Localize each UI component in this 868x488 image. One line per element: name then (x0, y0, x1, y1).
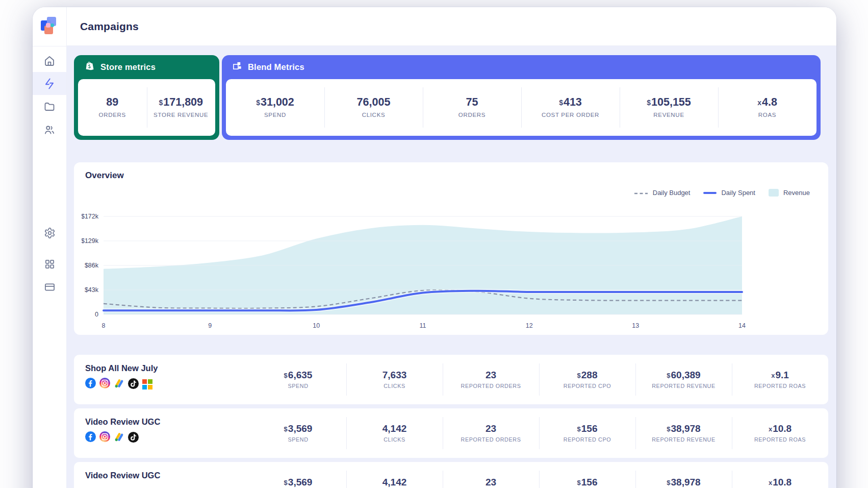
metric-prefix: x (769, 425, 772, 433)
sidebar-item-lightning[interactable] (33, 72, 66, 95)
x-axis-tick: 11 (420, 322, 426, 329)
metric-label: REPORTED CPO (564, 436, 611, 443)
metric-number: 3,569 (288, 477, 313, 487)
sidebar-nav (33, 49, 66, 141)
metric-number: 413 (564, 96, 582, 108)
legend-label: Daily Spent (721, 189, 755, 197)
x-axis-tick: 8 (102, 322, 106, 329)
campaign-row[interactable]: Video Review UGC$3,569SPEND4,142CLICKS23… (74, 462, 828, 488)
metric-value: 4,142 (382, 477, 407, 487)
tiktok-icon (128, 432, 139, 445)
metric-value: $413 (559, 97, 582, 108)
metric-value: 89 (106, 97, 118, 108)
topbar: Campaigns (66, 7, 836, 46)
metric-value: 7,633 (382, 370, 407, 380)
metric-number: 4.8 (762, 96, 777, 108)
metric-value: $38,978 (667, 477, 700, 487)
metric-number: 31,002 (261, 96, 294, 108)
sidebar-item-users[interactable] (33, 118, 66, 141)
metric-number: 4,142 (382, 477, 407, 487)
instagram-icon (99, 431, 110, 444)
metric-cell: $156REPORTED CPO (539, 462, 635, 488)
metric-label: CLICKS (384, 383, 405, 389)
sidebar-item-grid[interactable] (33, 253, 66, 276)
campaign-name-column: Shop All New July (74, 355, 250, 404)
metric-cell: 76,005CLICKS (324, 79, 423, 136)
home-icon (43, 55, 56, 67)
metric-cell: $105,155REVENUE (620, 79, 718, 136)
shopify-icon (84, 61, 95, 74)
metric-label: STORE REVENUE (154, 112, 208, 118)
campaign-name: Video Review UGC (85, 417, 250, 427)
microsoft-icon (142, 379, 152, 389)
metric-value: 4,142 (382, 424, 407, 433)
legend-item-revenue: Revenue (769, 189, 810, 197)
metric-value: 23 (486, 477, 496, 487)
store-metrics-card: Store metrics 89ORDERS$171,809STORE REVE… (74, 55, 219, 140)
metric-label: ORDERS (99, 112, 126, 118)
google-ads-icon (114, 378, 124, 391)
legend-item-daily-spent: Daily Spent (703, 189, 755, 197)
x-axis-tick: 12 (526, 322, 533, 329)
credit-card-icon (44, 281, 56, 293)
campaign-metrics: $3,569SPEND4,142CLICKS23REPORTED ORDERS$… (250, 462, 828, 488)
y-axis-tick: $86k (85, 262, 99, 269)
metric-value: 23 (486, 424, 496, 433)
campaign-row[interactable]: Video Review UGC$3,569SPEND4,142CLICKS23… (74, 408, 828, 458)
metric-number: 38,978 (671, 477, 701, 487)
metric-number: 7,633 (382, 370, 407, 380)
sidebar-bottom-nav (33, 222, 66, 299)
metric-cell: x4.8ROAS (718, 79, 816, 136)
metric-value: x9.1 (771, 370, 789, 380)
campaign-metrics: $6,635SPEND7,633CLICKS23REPORTED ORDERS$… (250, 355, 828, 404)
metric-number: 9.1 (775, 370, 788, 380)
metric-value: $156 (577, 424, 598, 433)
blend-metrics-card: Blend Metrics $31,002SPEND76,005CLICKS75… (222, 55, 821, 140)
sidebar-item-credit-card[interactable] (33, 276, 66, 299)
gear-icon (44, 227, 56, 239)
blend-icon (232, 61, 243, 74)
metric-value: $38,978 (667, 424, 700, 433)
legend-swatch (769, 189, 779, 197)
metric-label: CLICKS (362, 112, 386, 118)
metric-prefix: $ (284, 425, 288, 433)
metric-prefix: $ (577, 479, 581, 486)
metric-cell: $413COST PER ORDER (521, 79, 620, 136)
blend-metrics-title: Blend Metrics (248, 62, 304, 72)
metric-label: SPEND (264, 112, 286, 118)
metric-label: REPORTED ORDERS (461, 383, 521, 389)
metric-number: 3,569 (288, 423, 313, 434)
sidebar-item-gear[interactable] (33, 222, 66, 245)
metric-label: CLICKS (384, 436, 405, 443)
legend-label: Revenue (783, 189, 810, 197)
metric-number: 23 (486, 477, 496, 487)
metric-value: $6,635 (284, 370, 313, 380)
legend-swatch (634, 189, 648, 197)
x-axis-tick: 10 (313, 322, 320, 329)
sidebar (33, 7, 67, 488)
campaign-row[interactable]: Shop All New July$6,635SPEND7,633CLICKS2… (74, 355, 828, 404)
metric-number: 89 (106, 96, 118, 108)
metric-prefix: $ (647, 99, 651, 107)
metric-cell: x10.8REPORTED ROAS (732, 462, 828, 488)
page-title: Campaigns (80, 20, 139, 33)
metric-number: 38,978 (671, 423, 701, 434)
metric-label: SPEND (288, 436, 308, 443)
metric-label: COST PER ORDER (542, 112, 599, 118)
y-axis-tick: 0 (95, 311, 98, 318)
metric-value: $288 (577, 370, 598, 380)
metric-number: 6,635 (288, 370, 313, 380)
metric-cell: $60,389REPORTED REVENUE (635, 355, 732, 404)
metric-prefix: $ (667, 425, 670, 433)
x-axis-tick: 9 (208, 322, 212, 329)
app-logo (40, 16, 59, 37)
app-window: Campaigns Store metrics 89ORDERS$171,809… (33, 7, 836, 488)
campaign-name-column: Video Review UGC (74, 408, 250, 458)
sidebar-item-home[interactable] (33, 49, 66, 72)
metric-label: SPEND (288, 383, 308, 389)
metric-prefix: $ (559, 99, 563, 107)
metric-number: 10.8 (773, 423, 792, 434)
metric-label: REPORTED REVENUE (652, 383, 716, 389)
sidebar-item-folder[interactable] (33, 95, 66, 118)
metric-number: 4,142 (382, 423, 407, 434)
